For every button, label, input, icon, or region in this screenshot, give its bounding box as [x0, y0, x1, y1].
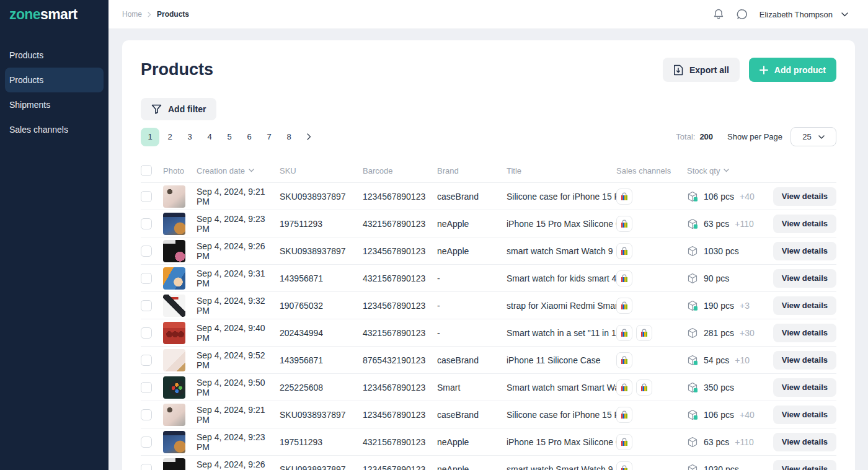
- per-page-select[interactable]: 25: [790, 127, 836, 146]
- stock-extra: +40: [740, 410, 755, 420]
- page-button[interactable]: 5: [220, 128, 239, 146]
- stock-qty: 54 pcs: [704, 355, 729, 365]
- sales-channels-cell: [616, 243, 687, 259]
- header-sales-channels: Sales channels: [616, 166, 687, 175]
- view-details-button[interactable]: View details: [773, 215, 836, 233]
- page-title: Products: [141, 60, 213, 79]
- view-details-button[interactable]: View details: [773, 378, 836, 397]
- barcode-cell: 1234567890123: [363, 464, 437, 470]
- brand-cell: -: [437, 328, 507, 338]
- table-body: Sep 4, 2024, 9:21 PM SKU0938937897 12345…: [141, 182, 836, 470]
- products-table: Photo Creation date SKU Barcode Brand Ti…: [141, 159, 836, 470]
- bell-icon[interactable]: [712, 8, 725, 20]
- chat-icon[interactable]: [736, 8, 748, 20]
- page-button[interactable]: 6: [240, 128, 259, 146]
- marketplace-bag-icon: [616, 379, 632, 396]
- sidebar-item-sales-channels[interactable]: Sales channels: [5, 117, 104, 142]
- breadcrumb-home-link[interactable]: Home: [122, 10, 142, 19]
- barcode-cell: 8765432190123: [363, 355, 437, 365]
- view-details-button[interactable]: View details: [773, 460, 836, 470]
- view-details-button[interactable]: View details: [773, 433, 836, 451]
- stock-extra: +30: [740, 328, 755, 338]
- page-button[interactable]: 4: [200, 128, 219, 146]
- header-stock-qty-label: Stock qty: [687, 166, 720, 175]
- table-row: Sep 4, 2024, 9:32 PM 190765032 123456789…: [141, 291, 836, 319]
- row-checkbox[interactable]: [141, 300, 152, 311]
- per-page-value: 25: [802, 132, 811, 141]
- page-head: Products Export all Add product: [141, 58, 836, 82]
- page-button[interactable]: 2: [161, 128, 179, 146]
- page-button[interactable]: 7: [260, 128, 278, 146]
- row-checkbox[interactable]: [141, 464, 152, 470]
- export-all-button[interactable]: Export all: [663, 58, 740, 82]
- creation-date-cell: Sep 4, 2024, 9:26 PM: [197, 459, 280, 470]
- export-file-icon: [673, 64, 683, 76]
- table-row: Sep 4, 2024, 9:50 PM 225225608 123456789…: [141, 373, 836, 401]
- table-row: Sep 4, 2024, 9:21 PM SKU0938937897 12345…: [141, 401, 836, 428]
- stock-box-icon: [687, 409, 698, 420]
- row-checkbox[interactable]: [141, 246, 152, 257]
- stock-box-icon: [687, 273, 698, 284]
- user-area: Elizabeth Thompson: [712, 8, 848, 20]
- page-button[interactable]: 1: [141, 128, 159, 146]
- table-row: Sep 4, 2024, 9:23 PM 197511293 432156789…: [141, 428, 836, 455]
- row-checkbox[interactable]: [141, 409, 152, 420]
- stock-cell: 63 pcs +110: [687, 218, 779, 229]
- add-filter-button[interactable]: Add filter: [141, 98, 216, 120]
- header-stock-qty-sort[interactable]: Stock qty: [687, 166, 729, 175]
- view-details-button[interactable]: View details: [773, 296, 836, 315]
- row-checkbox[interactable]: [141, 327, 152, 339]
- view-details-button[interactable]: View details: [773, 269, 836, 288]
- sidebar-item-shipments[interactable]: Shipments: [5, 92, 104, 117]
- row-checkbox[interactable]: [141, 355, 152, 366]
- view-details-button[interactable]: View details: [773, 242, 836, 260]
- title-cell: Smart watch smart Smart Wa...: [507, 383, 616, 392]
- title-cell: Silicone case for iPhone 15 P...: [507, 192, 616, 202]
- stock-cell: 350 pcs: [687, 382, 779, 393]
- header-creation-date-sort[interactable]: Creation date: [197, 166, 254, 175]
- stock-box-icon: [687, 191, 698, 202]
- user-menu[interactable]: Elizabeth Thompson: [760, 10, 833, 19]
- view-details-button[interactable]: View details: [773, 406, 836, 424]
- marketplace-bag-icon: [616, 270, 632, 286]
- sales-channels-cell: [616, 188, 687, 205]
- page-button[interactable]: 8: [280, 128, 298, 146]
- list-controls: 12345678 Total: 200 Show per Page 25: [141, 127, 836, 146]
- sidebar-item-products[interactable]: Products: [5, 68, 104, 92]
- marketplace-bag-icon: [616, 298, 632, 314]
- stock-box-icon: [687, 300, 698, 311]
- barcode-cell: 1234567890123: [363, 383, 437, 392]
- product-photo: [163, 240, 185, 262]
- chevron-down-icon[interactable]: [841, 12, 848, 17]
- stock-cell: 54 pcs +10: [687, 355, 779, 366]
- row-checkbox[interactable]: [141, 218, 152, 229]
- row-checkbox[interactable]: [141, 273, 152, 284]
- show-per-page-label: Show per Page: [727, 132, 782, 141]
- title-cell: Silicone case for iPhone 15 P...: [507, 410, 616, 420]
- sku-cell: 190765032: [280, 301, 363, 311]
- view-details-button[interactable]: View details: [773, 187, 836, 206]
- pagination: 12345678: [141, 128, 318, 146]
- stock-cell: 1030 pcs: [687, 464, 779, 470]
- creation-date-cell: Sep 4, 2024, 9:23 PM: [197, 432, 280, 452]
- zonesmart-logo[interactable]: zonesmart: [0, 0, 108, 29]
- stock-extra: +10: [735, 355, 750, 365]
- products-card: Products Export all Add product Add filt…: [122, 40, 855, 470]
- breadcrumb: Home Products: [122, 10, 189, 19]
- row-checkbox[interactable]: [141, 437, 152, 448]
- row-checkbox[interactable]: [141, 191, 152, 202]
- row-checkbox[interactable]: [141, 382, 152, 393]
- stock-box-icon: [687, 327, 698, 339]
- table-row: Sep 4, 2024, 9:23 PM 197511293 432156789…: [141, 210, 836, 237]
- view-details-button[interactable]: View details: [773, 324, 836, 342]
- add-product-button[interactable]: Add product: [749, 58, 836, 82]
- select-all-checkbox[interactable]: [141, 165, 152, 176]
- sidebar-item-products-group[interactable]: Products: [5, 43, 104, 68]
- next-page-icon[interactable]: [299, 128, 318, 146]
- title-cell: iPhone 15 Pro Max Silicone C...: [507, 437, 616, 447]
- marketplace-bag-icon: [636, 379, 652, 396]
- view-details-button[interactable]: View details: [773, 351, 836, 370]
- brand-cell: neApple: [437, 219, 507, 229]
- stock-box-icon: [687, 382, 698, 393]
- page-button[interactable]: 3: [180, 128, 199, 146]
